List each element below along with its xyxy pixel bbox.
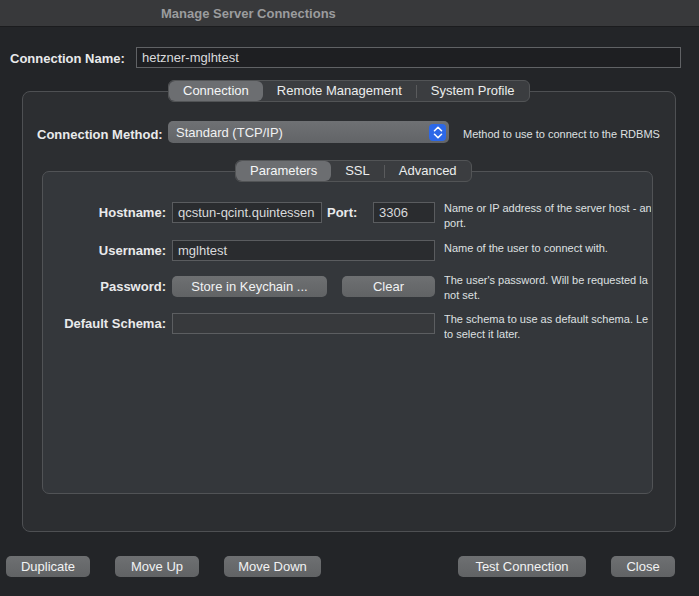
main-tab-bar: Connection Remote Management System Prof… <box>168 80 530 102</box>
connection-method-select[interactable]: Standard (TCP/IP) <box>168 121 449 143</box>
clear-password-button[interactable]: Clear <box>342 276 435 297</box>
username-label: Username: <box>40 243 166 258</box>
titlebar[interactable]: Manage Server Connections <box>0 0 699 27</box>
connection-method-hint: Method to use to connect to the RDBMS <box>463 127 663 142</box>
tab-advanced[interactable]: Advanced <box>385 161 471 181</box>
username-hint: Name of the user to connect with. <box>444 241 651 256</box>
default-schema-hint: The schema to use as default schema. Le … <box>444 312 651 342</box>
window-title: Manage Server Connections <box>161 6 336 21</box>
move-up-button[interactable]: Move Up <box>115 556 199 577</box>
port-label: Port: <box>327 205 357 220</box>
sub-tab-bar: Parameters SSL Advanced <box>235 160 472 182</box>
default-schema-input[interactable] <box>172 313 435 334</box>
tab-system-profile[interactable]: System Profile <box>417 81 529 101</box>
tab-ssl[interactable]: SSL <box>331 161 384 181</box>
popup-stepper-icon <box>429 124 446 141</box>
default-schema-label: Default Schema: <box>40 316 166 331</box>
hostname-label: Hostname: <box>40 205 166 220</box>
tab-connection[interactable]: Connection <box>169 81 263 101</box>
username-input[interactable] <box>172 240 435 261</box>
port-input[interactable] <box>373 202 435 223</box>
store-in-keychain-button[interactable]: Store in Keychain ... <box>172 276 327 297</box>
hostname-hint: Name or IP address of the server host - … <box>444 201 651 231</box>
test-connection-button[interactable]: Test Connection <box>458 556 586 577</box>
close-button[interactable]: Close <box>611 556 675 577</box>
tab-remote-management[interactable]: Remote Management <box>263 81 416 101</box>
password-label: Password: <box>40 279 166 294</box>
password-hint: The user's password. Will be requested l… <box>444 273 651 303</box>
connection-method-label: Connection Method: <box>37 127 163 142</box>
connection-method-value: Standard (TCP/IP) <box>176 125 283 140</box>
connection-name-label: Connection Name: <box>10 51 125 66</box>
move-down-button[interactable]: Move Down <box>224 556 321 577</box>
manage-server-connections-window: Manage Server Connections Connection Nam… <box>0 0 699 596</box>
duplicate-button[interactable]: Duplicate <box>6 556 90 577</box>
tab-parameters[interactable]: Parameters <box>236 161 331 181</box>
connection-name-input[interactable] <box>136 47 681 68</box>
hostname-input[interactable] <box>172 202 322 223</box>
